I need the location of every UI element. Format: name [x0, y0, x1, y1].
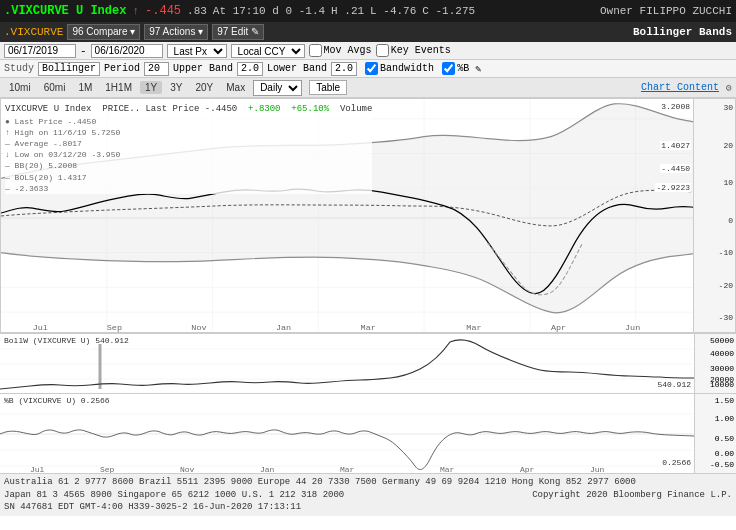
axis-label-minus20: -20	[719, 281, 733, 290]
legend-bb2: — -2.3633	[5, 183, 372, 194]
settings-icon[interactable]: ⚙	[726, 82, 732, 94]
price-value: .83	[187, 5, 207, 17]
compare-button[interactable]: 96 Compare ▾	[67, 24, 140, 40]
legend-bb1: — BB(20) 5.2008	[5, 160, 372, 171]
price-change: -.445	[145, 4, 181, 18]
tf-20y[interactable]: 20Y	[190, 81, 218, 94]
svg-text:Jan: Jan	[276, 323, 291, 332]
legend-bols: — BOLS(20) 1.4317	[5, 172, 372, 183]
mov-avgs-label: Mov Avgs	[324, 45, 372, 56]
price-type-select[interactable]: Last Px	[167, 44, 227, 58]
svg-text:Jul: Jul	[33, 323, 48, 332]
indicator-svg: Jul Sep Nov Jan Mar Mar Apr Jun	[0, 394, 694, 473]
tf-1y[interactable]: 1Y	[140, 81, 162, 94]
mov-avgs-checkbox-label[interactable]: Mov Avgs	[309, 44, 372, 57]
right-label-4: -2.9223	[655, 183, 691, 192]
svg-text:Mar: Mar	[440, 465, 455, 473]
volume-section: BollW (VIXCURVE U) 540.912 50000 40000 3…	[0, 333, 736, 393]
volume-axis: 50000 40000 30000 20000 10000	[694, 334, 736, 393]
edit-button[interactable]: 97 Edit ✎	[212, 24, 264, 40]
legend-avg: — Average -.8017	[5, 138, 372, 149]
axis-label-10: 10	[723, 178, 733, 187]
indicator-axis: 1.50 1.00 0.50 0.00 -0.50	[694, 394, 736, 473]
ind-label-neg050: -0.50	[710, 460, 734, 469]
bollinger-label: Bollinger Bands	[633, 26, 732, 38]
svg-text:Jun: Jun	[625, 323, 640, 332]
footer-line1: Australia 61 2 9777 8600 Brazil 5511 239…	[4, 476, 732, 489]
legend-high: ↑ High on 11/6/19 5.7250	[5, 127, 372, 138]
period-label: Period	[104, 63, 140, 74]
svg-text:Apr: Apr	[520, 465, 535, 473]
legend-ticker: VIXCURVE U Index PRICE.. Last Price -.44…	[5, 103, 372, 116]
vol-right-label: 540.912	[656, 380, 692, 389]
main-chart[interactable]: VIXCURVE U Index PRICE.. Last Price -.44…	[0, 98, 736, 333]
key-events-checkbox-label[interactable]: Key Events	[376, 44, 451, 57]
chart-legend: VIXCURVE U Index PRICE.. Last Price -.44…	[5, 103, 372, 194]
date-separator: -	[80, 45, 87, 57]
bandwidth-checkbox[interactable]	[365, 62, 378, 75]
upper-band-label: Upper Band	[173, 63, 233, 74]
top-bar: .VIXCURVE U Index ↑ -.445 .83 At 17:10 d…	[0, 0, 736, 22]
end-date-input[interactable]	[91, 44, 163, 58]
vol-label-40000: 40000	[710, 349, 734, 358]
second-bar: .VIXCURVE 96 Compare ▾ 97 Actions ▾ 97 E…	[0, 22, 736, 42]
svg-text:Nov: Nov	[180, 465, 195, 473]
footer-line2: Japan 81 3 4565 8900 Singapore 65 6212 1…	[4, 489, 732, 502]
close-price: C -1.275	[422, 5, 475, 17]
tf-10mi[interactable]: 10mi	[4, 81, 36, 94]
percent-b-section-label: %B (VIXCURVE U) 0.2566	[4, 396, 110, 405]
high-price: H .21	[331, 5, 364, 17]
footer: Australia 61 2 9777 8600 Brazil 5511 239…	[0, 473, 736, 516]
svg-text:Mar: Mar	[361, 323, 376, 332]
actions-button[interactable]: 97 Actions ▾	[144, 24, 208, 40]
footer-line3: SN 447681 EDT GMT-4:00 H339-3025-2 16-Ju…	[4, 501, 732, 514]
svg-text:Jul: Jul	[30, 465, 45, 473]
table-button[interactable]: Table	[309, 80, 347, 95]
tf-1m[interactable]: 1M	[73, 81, 97, 94]
svg-text:Jun: Jun	[590, 465, 605, 473]
tf-3y[interactable]: 3Y	[165, 81, 187, 94]
vol-label-50000: 50000	[710, 336, 734, 345]
axis-label-0: 0	[728, 216, 733, 225]
upper-band-value: 2.0	[237, 62, 263, 76]
currency-select[interactable]: Local CCY	[231, 44, 305, 58]
vol-label-30000: 30000	[710, 364, 734, 373]
period-value: 20	[144, 62, 169, 76]
lower-band-label: Lower Band	[267, 63, 327, 74]
ind-right-label: 0.2566	[661, 458, 692, 467]
percent-b-checkbox-label[interactable]: %B	[442, 62, 469, 75]
vol-label-10000: 10000	[710, 380, 734, 389]
percent-b-checkbox[interactable]	[442, 62, 455, 75]
axis-label-30: 30	[723, 103, 733, 112]
time-info: At 17:10 d 0 -1.4	[213, 5, 325, 17]
price-axis: 30 20 10 0 -10 -20 -30	[693, 99, 735, 332]
ind-label-150: 1.50	[715, 396, 734, 405]
bandwidth-checkbox-label[interactable]: Bandwidth	[365, 62, 434, 75]
tf-1h1m[interactable]: 1H1M	[100, 81, 137, 94]
ind-label-050: 0.50	[715, 434, 734, 443]
mov-avgs-checkbox[interactable]	[309, 44, 322, 57]
chart-content-button[interactable]: Chart Content	[641, 82, 719, 93]
tf-max[interactable]: Max	[221, 81, 250, 94]
svg-text:Jan: Jan	[260, 465, 275, 473]
pencil-icon[interactable]: ✎	[475, 63, 481, 75]
svg-text:Mar: Mar	[340, 465, 355, 473]
period-dropdown[interactable]: Daily	[253, 80, 302, 96]
percent-b-label: %B	[457, 63, 469, 74]
study-bar: Study Bollinger Period 20 Upper Band 2.0…	[0, 60, 736, 78]
key-events-label: Key Events	[391, 45, 451, 56]
lower-band-value: 2.0	[331, 62, 357, 76]
legend-low: ↓ Low on 03/12/20 -3.950	[5, 149, 372, 160]
right-label-1: 3.2008	[660, 102, 691, 111]
owner-info: Owner FILIPPO ZUCCHI	[600, 5, 732, 17]
key-events-checkbox[interactable]	[376, 44, 389, 57]
start-date-input[interactable]	[4, 44, 76, 58]
ind-label-000: 0.00	[715, 449, 734, 458]
tf-60mi[interactable]: 60mi	[39, 81, 71, 94]
bandwidth-label: Bandwidth	[380, 63, 434, 74]
right-label-2: 1.4027	[660, 141, 691, 150]
svg-text:Mar: Mar	[466, 323, 481, 332]
study-value: Bollinger	[38, 62, 100, 76]
svg-text:Sep: Sep	[100, 465, 115, 473]
price-arrow: ↑	[132, 5, 139, 17]
